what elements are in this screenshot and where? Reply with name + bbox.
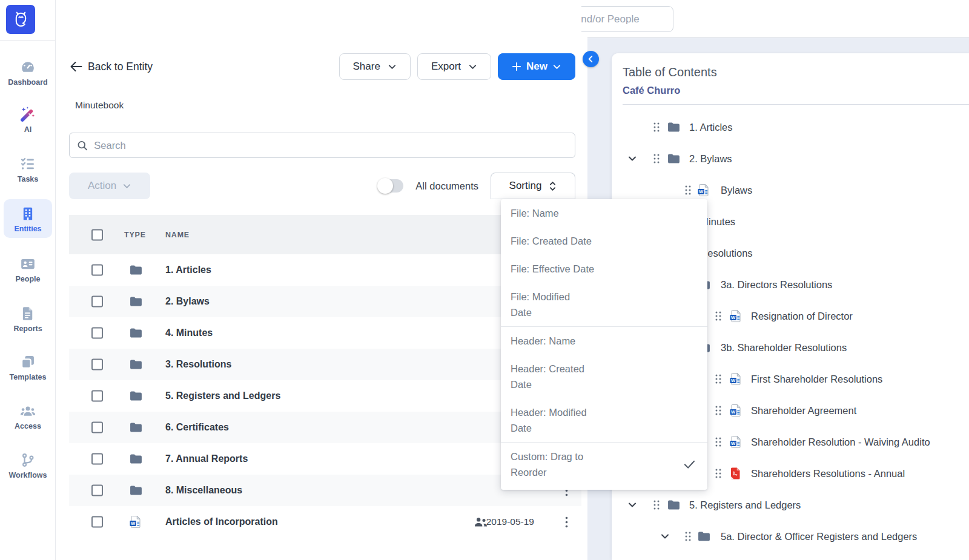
sidebar-item-reports[interactable]: Reports [4,299,52,338]
toc-item-label: 2. Bylaws [689,153,732,165]
drag-handle[interactable] [684,185,692,196]
select-all-checkbox[interactable] [91,229,103,240]
new-button[interactable]: New [498,53,575,80]
toc-item[interactable]: 5a. Director & Officer Registers and Led… [612,521,969,552]
chevron-down-icon [552,62,561,71]
sidebar-item-templates[interactable]: Templates [4,348,52,386]
chevron-left-icon [587,55,595,63]
sidebar-item-ai[interactable]: AI [4,100,52,139]
row-name: 5. Registers and Ledgers [165,390,280,401]
sorting-menu-item[interactable]: File: Effective Date [501,255,707,283]
check-icon [684,460,695,469]
drag-handle[interactable] [715,469,722,479]
chevron-down-icon [627,500,637,510]
sorting-button[interactable]: Sorting [491,173,575,199]
row-checkbox[interactable] [91,296,103,308]
sidebar-item-dashboard[interactable]: Dashboard [4,53,52,91]
folder-icon [130,297,142,307]
expand-toggle[interactable] [660,532,670,541]
row-checkbox[interactable] [91,422,103,433]
sidebar-item-label: Access [15,422,41,430]
toc-item-label: Shareholder Resolution - Waiving Audito [751,436,930,448]
workflows-branch-icon [20,452,36,469]
reports-document-icon [20,305,36,322]
drag-handle[interactable] [715,311,722,321]
svg-text:W: W [699,189,704,194]
chevron-down-icon [660,532,670,541]
back-to-entity-link[interactable]: Back to Entity [69,60,153,73]
document-search-input[interactable] [94,140,567,151]
toc-item-label: Shareholders Resolutions - Annual [751,468,905,479]
row-name: 8. Miscellaneous [165,485,242,496]
row-checkbox[interactable] [91,265,103,276]
row-checkbox[interactable] [91,359,103,371]
sidebar-item-label: Tasks [18,175,39,183]
sorting-menu: File: NameFile: Created DateFile: Effect… [501,199,707,490]
drag-handle[interactable] [715,406,722,416]
row-name: Articles of Incorporation [165,516,278,527]
row-name: 7. Annual Reports [165,453,248,464]
toc-item[interactable]: 1. Articles [612,111,969,143]
expand-toggle[interactable] [627,500,637,510]
drag-handle[interactable] [715,374,722,384]
drag-handle[interactable] [684,532,692,542]
row-checkbox[interactable] [91,390,103,402]
owl-icon [11,10,31,30]
row-checkbox[interactable] [91,485,103,496]
drag-handle-icon [715,437,722,447]
sort-arrows-icon [549,180,557,192]
sorting-menu-item[interactable]: Custom: Drag to Reorder [501,443,707,486]
brand-owl-logo[interactable] [6,5,35,34]
word-file-icon: W [130,516,141,529]
column-header-name: NAME [165,231,190,239]
chevron-down-icon [122,182,131,191]
sidebar-item-workflows[interactable]: Workflows [4,446,52,484]
expand-toggle[interactable] [627,154,637,163]
word-file-icon: W [730,373,741,386]
export-button[interactable]: Export [417,53,491,80]
sorting-menu-item[interactable]: Header: Created Date [501,355,707,398]
svg-text:W: W [731,409,736,415]
toc-item-label: Resignation of Director [751,311,853,322]
toc-item[interactable]: 2. Bylaws [612,143,969,174]
table-row[interactable]: W Articles of Incorporation 2019-05-19 [69,506,581,538]
drag-handle-icon [715,311,722,321]
sidebar-item-access[interactable]: Access [4,397,52,435]
sidebar: Dashboard AI Tasks Entities People Repor… [0,0,56,560]
folder-icon [130,265,142,275]
toc-title: Table of Contents [623,65,717,79]
sorting-menu-item[interactable]: File: Created Date [501,227,707,255]
row-checkbox[interactable] [91,516,103,528]
toc-entity-name: Café Churro [623,85,680,96]
tasks-checklist-icon [19,156,36,173]
sorting-menu-item[interactable]: File: Modified Date [501,283,707,326]
drag-handle-icon [684,185,692,196]
panel-collapse-button[interactable] [583,51,599,67]
folder-icon [667,500,680,510]
svg-text:W: W [131,521,136,526]
drag-handle[interactable] [653,122,660,133]
sidebar-item-entities[interactable]: Entities [4,199,52,238]
drag-handle[interactable] [715,437,722,447]
word-file-icon: W [698,184,709,197]
all-documents-toggle[interactable] [379,179,403,193]
toc-item[interactable]: 5. Registers and Ledgers [612,489,969,521]
row-checkbox[interactable] [91,328,103,339]
sorting-menu-item[interactable]: File: Name [501,199,707,227]
sidebar-item-people[interactable]: People [4,249,52,288]
row-checkbox[interactable] [91,453,103,465]
toc-item-label: First Shareholder Resolutions [751,374,882,385]
toc-item-label: 5. Registers and Ledgers [689,499,801,511]
share-button[interactable]: Share [339,53,411,80]
row-menu-button[interactable] [561,515,572,529]
drag-handle-icon [715,406,722,416]
drag-handle[interactable] [653,500,660,510]
folder-icon [130,454,142,464]
action-button[interactable]: Action [69,173,150,199]
divider [623,104,969,105]
folder-icon [130,423,142,433]
drag-handle[interactable] [653,154,660,164]
sidebar-item-tasks[interactable]: Tasks [4,150,52,188]
sorting-menu-item[interactable]: Header: Modified Date [501,398,707,442]
sorting-menu-item[interactable]: Header: Name [501,327,707,355]
